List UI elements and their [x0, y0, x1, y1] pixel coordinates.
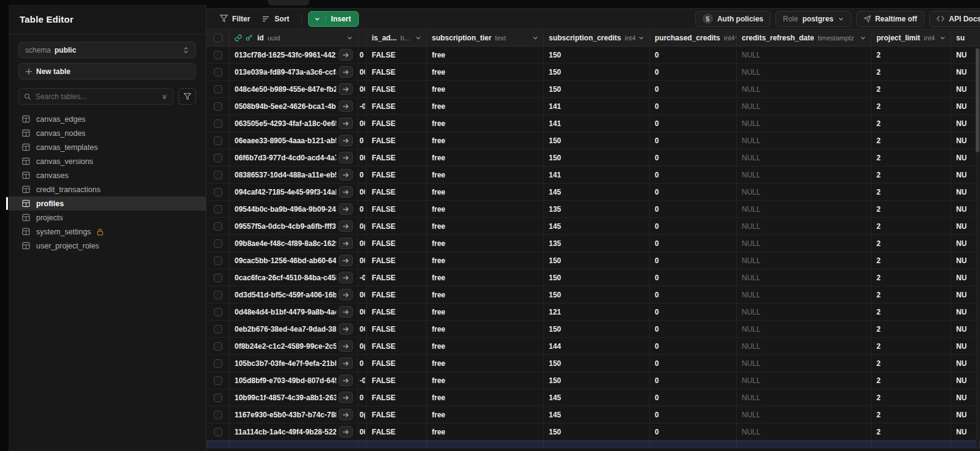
cell-project-limit[interactable]: 2 [872, 235, 951, 252]
cell-subscription-credits[interactable]: 141 [544, 98, 650, 114]
cell-credits-refresh-date[interactable]: NULL [737, 218, 872, 234]
filter-tables-button[interactable] [178, 88, 196, 105]
expand-row-button[interactable] [339, 203, 353, 215]
chevron-down-icon[interactable] [314, 16, 326, 22]
cell-credits-refresh-date[interactable]: NULL [737, 321, 872, 337]
cell-is-admin[interactable]: FALSE [367, 338, 427, 354]
api-docs-button[interactable]: API Docs [929, 11, 980, 27]
row-checkbox[interactable] [214, 274, 222, 282]
cell-subscription-credits[interactable]: 150 [544, 286, 650, 303]
cell-credits-refresh-date[interactable]: NULL [737, 149, 872, 166]
sidebar-item-system_settings[interactable]: system_settings [9, 225, 206, 239]
cell-subscription-credits[interactable]: 135 [544, 235, 650, 252]
row-checkbox[interactable] [214, 188, 222, 196]
cell-subscription-credits[interactable]: 150 [544, 372, 650, 389]
expand-row-button[interactable] [339, 49, 353, 61]
cell-is-admin[interactable]: FALSE [367, 132, 427, 149]
cell-purchased-credits[interactable]: 0 [650, 149, 737, 166]
expand-row-button[interactable] [339, 83, 353, 95]
row-checkbox[interactable] [214, 119, 222, 128]
cell-project-limit[interactable]: 2 [872, 81, 951, 97]
cell-project-limit[interactable]: 2 [872, 98, 951, 114]
cell-is-admin[interactable]: FALSE [367, 423, 427, 440]
cell-subscription-tier[interactable]: free [427, 201, 544, 217]
cell-id[interactable]: 10b99c1f-4857-4c39-a8b1-263b8... [230, 389, 358, 406]
row-checkbox[interactable] [214, 102, 222, 111]
chevron-down-icon[interactable] [532, 35, 538, 41]
cell-is-admin[interactable]: FALSE [367, 47, 427, 63]
cell-clipped[interactable]: 00 [358, 115, 367, 132]
search-tables-input[interactable]: Search tables... [18, 88, 173, 105]
cell-purchased-credits[interactable]: 0 [650, 372, 737, 389]
schema-select[interactable]: schema public [18, 42, 196, 58]
row-checkbox[interactable] [214, 359, 222, 368]
cell-credits-refresh-date[interactable]: NULL [737, 252, 872, 269]
cell-subscription-credits[interactable]: 141 [544, 166, 650, 183]
scrollbar-thumb[interactable] [976, 48, 979, 152]
table-row[interactable]: 105bc3b7-03fe-4e7f-9efa-21bb40... 0 FALS… [206, 355, 980, 372]
row-checkbox[interactable] [214, 411, 222, 419]
cell-id[interactable]: 0f8b24e2-c1c2-4589-99ce-2c52d... [230, 338, 358, 354]
cell-project-limit[interactable]: 2 [872, 218, 951, 234]
cell-is-admin[interactable]: FALSE [367, 115, 427, 132]
cell-subscription-credits[interactable]: 150 [544, 81, 650, 97]
cell-id[interactable]: 09b8ae4e-f48c-4f89-8a8c-1629b... [230, 235, 358, 252]
cell-credits-refresh-date[interactable]: NULL [737, 235, 872, 252]
cell-credits-refresh-date[interactable]: NULL [737, 269, 872, 286]
cell-credits-refresh-date[interactable]: NULL [737, 304, 872, 320]
cell-is-admin[interactable]: FALSE [367, 372, 427, 389]
cell-subscription-tier[interactable]: free [427, 286, 544, 303]
cell-credits-refresh-date[interactable]: NULL [737, 286, 872, 303]
cell-project-limit[interactable]: 2 [872, 252, 951, 269]
role-select[interactable]: Role postgres [775, 11, 851, 27]
cell-subscription-tier[interactable]: free [427, 149, 544, 166]
cell-clipped[interactable]: 00 [358, 64, 367, 80]
cell-project-limit[interactable]: 2 [872, 115, 951, 132]
table-row[interactable]: 06eaee33-8905-4aaa-b121-ab552... 0 FALSE… [206, 132, 980, 149]
table-row[interactable]: 0f8b24e2-c1c2-4589-99ce-2c52d... 0( FALS… [206, 338, 980, 355]
cell-is-admin[interactable]: FALSE [367, 252, 427, 269]
cell-project-limit[interactable]: 2 [872, 132, 951, 149]
expand-row-button[interactable] [339, 426, 353, 438]
cell-clipped[interactable]: 00 [358, 321, 367, 337]
cell-clipped[interactable]: 00 [358, 252, 367, 269]
cell-purchased-credits[interactable]: 0 [650, 406, 737, 423]
cell-subscription-credits[interactable]: 150 [544, 269, 650, 286]
cell-credits-refresh-date[interactable]: NULL [737, 338, 872, 354]
sidebar-item-projects[interactable]: projects [9, 211, 206, 225]
expand-row-button[interactable] [339, 237, 353, 249]
cell-subscription-tier[interactable]: free [427, 355, 544, 371]
row-checkbox[interactable] [214, 428, 222, 436]
cell-is-admin[interactable]: FALSE [367, 218, 427, 234]
cell-project-limit[interactable]: 2 [872, 64, 951, 80]
table-row[interactable]: 09cac5bb-1256-46bd-ab60-64ed... 00 FALSE… [206, 252, 980, 269]
expand-row-button[interactable] [339, 357, 353, 369]
cell-subscription-tier[interactable]: free [427, 47, 544, 63]
cell-purchased-credits[interactable]: 0 [650, 115, 737, 132]
row-checkbox[interactable] [214, 171, 222, 179]
cell-credits-refresh-date[interactable]: NULL [737, 201, 872, 217]
cell-clipped[interactable]: 00 [358, 423, 367, 440]
table-row[interactable]: 013e039a-fd89-473a-a3c6-ccfa9... 00 FALS… [206, 64, 980, 81]
cell-id[interactable]: 08386537-10d4-488a-a11e-eb5a6... [230, 166, 358, 183]
cell-subscription-tier[interactable]: free [427, 166, 544, 183]
cell-project-limit[interactable]: 2 [872, 304, 951, 320]
cell-subscription-tier[interactable]: free [427, 98, 544, 114]
cell-purchased-credits[interactable]: 0 [650, 355, 737, 371]
table-row[interactable]: 013cf78d-1625-43fc-9961-442189... 0 FALS… [206, 47, 980, 64]
expand-row-button[interactable] [339, 169, 353, 181]
auth-policies-button[interactable]: 5 Auth policies [695, 11, 771, 27]
chevron-down-icon[interactable] [415, 35, 421, 41]
row-checkbox[interactable] [214, 85, 222, 94]
cell-project-limit[interactable]: 2 [872, 372, 951, 389]
expand-row-button[interactable] [339, 272, 353, 283]
cell-clipped[interactable]: -0 [358, 372, 367, 389]
row-checkbox[interactable] [214, 325, 222, 334]
chevron-down-icon[interactable] [347, 35, 353, 41]
row-checkbox[interactable] [214, 205, 222, 214]
cell-project-limit[interactable]: 2 [872, 269, 951, 286]
sidebar-item-canvases[interactable]: canvases [9, 168, 206, 182]
cell-id[interactable]: 0508b94b-5ee2-4626-bca1-4bca... [230, 98, 358, 114]
table-row[interactable]: 094caf42-7185-4e45-99f3-14abee... 00 FAL… [206, 184, 980, 201]
cell-subscription-credits[interactable]: 145 [544, 218, 650, 234]
